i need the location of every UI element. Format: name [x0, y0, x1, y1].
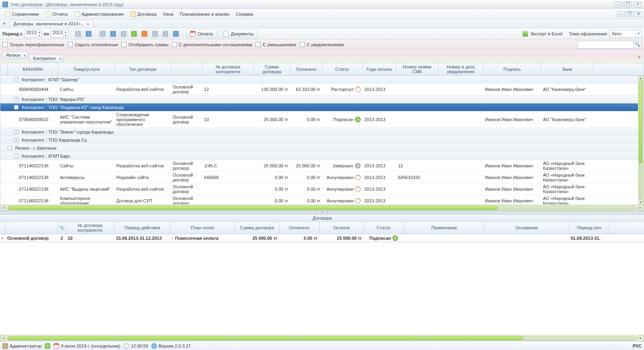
period-from-input[interactable]: 2013▲▼ — [24, 30, 42, 38]
dcol-basis[interactable]: Основание — [485, 222, 569, 234]
table-row[interactable]: 071140022138СайтыРазработка веб-сайтовОс… — [0, 160, 644, 172]
tool-btn-6[interactable] — [130, 29, 138, 38]
search-input[interactable] — [577, 41, 634, 49]
menu-contracts[interactable]: Договора — [127, 10, 160, 18]
tool-btn-8[interactable] — [151, 29, 159, 38]
dcol-rest[interactable]: Остаток — [320, 222, 364, 234]
mdi-close-button[interactable]: ✕ — [634, 11, 642, 17]
grid-body[interactable]: ▲▼ −Контрагент : КГКП "Шахтер"0008400004… — [0, 76, 644, 204]
payment-button[interactable]: Оплата — [186, 29, 217, 38]
col-paid[interactable]: Оплачено — [290, 63, 322, 75]
group-row[interactable]: −Регион : г. Шахтинск — [0, 144, 644, 152]
dcol-status[interactable]: Статус — [364, 222, 404, 234]
detail-panel: Договора 📎 № договора контрагента Период… — [0, 214, 644, 341]
col-sign[interactable]: Подпись — [483, 63, 541, 75]
tool-btn-5[interactable] — [119, 29, 128, 38]
splitter[interactable] — [0, 211, 644, 214]
dcol-type[interactable] — [6, 222, 58, 234]
filter-with-notifications[interactable]: С уведомлениями — [299, 42, 344, 47]
table-row[interactable]: 000840000494СайтыРазработка веб-сайтовОс… — [0, 84, 644, 95]
dcol-num[interactable]: № договора контрагента — [66, 222, 114, 234]
detail-row[interactable]: ▸ Основной договор 2 10 15.08.2013-31.12… — [0, 234, 644, 242]
table-row[interactable]: 071140022138АИС "Выдача лицензий"Разрабо… — [0, 183, 644, 195]
col-bin[interactable]: БИН/ИИН — [8, 63, 58, 75]
table-row[interactable]: 070640009532АИС "Система управления перс… — [0, 111, 644, 128]
theme-combo[interactable]: Лето▼ — [609, 30, 642, 38]
table-row[interactable]: 071140022138АнтивирусыРедизайн сайтаОсно… — [0, 172, 644, 183]
tab-label: Договоры, заключенные в 2013 г... — [13, 21, 84, 26]
tool-btn-7[interactable] — [140, 29, 149, 38]
col-years[interactable]: Года оплаты — [363, 63, 396, 75]
tool-btn-1[interactable] — [74, 29, 83, 38]
toolbar: Период с 2013▲▼ по 2013▲▼ Оплата Докумен… — [0, 28, 644, 39]
col-good[interactable]: Товар/услуга — [58, 63, 115, 75]
detail-title: Договора — [0, 214, 644, 222]
col-notif[interactable]: Номер и дата уведомления — [438, 63, 483, 75]
app-icon — [2, 2, 8, 7]
col-bank[interactable]: Банк — [541, 63, 594, 75]
calendar-icon — [172, 238, 173, 239]
grid-hscroll[interactable]: ◄ ► — [0, 204, 644, 211]
group-row[interactable]: −Контрагент : КГКП "Шахтер" — [0, 76, 644, 84]
table-row[interactable]: 071140022138Компьютерное оборудованиеДог… — [0, 195, 644, 204]
tool-btn-4[interactable] — [109, 29, 118, 38]
search-button[interactable]: 🔍 — [634, 41, 642, 49]
group-pill-counterparty[interactable]: Контрагент▲ — [29, 55, 64, 62]
grid-vscroll[interactable]: ▲▼ — [638, 76, 644, 204]
group-row[interactable]: +Контрагент : ТОО "Элион" города Караган… — [0, 128, 644, 136]
dcol-period[interactable]: Период действия — [114, 222, 171, 234]
filter-with-additional[interactable]: С дополнительными соглашениями — [172, 42, 252, 47]
tool-btn-9[interactable] — [161, 29, 170, 38]
period-to-input[interactable]: 2013▲▼ — [51, 30, 68, 38]
period-from-label: Период с — [2, 31, 23, 36]
col-dtype[interactable] — [171, 63, 202, 75]
group-row[interactable]: +Контрагент : ТОО Караганда Су — [0, 136, 644, 144]
tool-btn-3[interactable] — [98, 29, 107, 38]
detail-hscroll[interactable]: ◄ ► — [0, 335, 644, 341]
status-ok-icon — [392, 235, 398, 241]
group-row[interactable]: −Контрагент : КГКП Барс — [0, 152, 644, 160]
scroll-up-icon[interactable]: ▲ — [637, 50, 642, 63]
menu-admin[interactable]: Администрирование — [71, 10, 127, 18]
filter-show-sums[interactable]: Отображать суммы — [121, 42, 168, 47]
menu-planning[interactable]: Планирование и анализ — [177, 11, 233, 17]
col-type[interactable]: Тип договора — [115, 63, 171, 75]
maximize-button[interactable]: ❐ — [624, 2, 632, 7]
mdi-restore-button[interactable]: ❐ — [625, 11, 634, 17]
filter-hide-rejected[interactable]: Скрыть отклонённые — [68, 42, 118, 47]
col-status[interactable]: Статус — [322, 63, 363, 75]
tab-contracts-2013[interactable]: Договоры, заключенные в 2013 г... ✕ — [10, 20, 93, 27]
tool-btn-2[interactable] — [84, 29, 93, 38]
menu-help[interactable]: Справка — [233, 11, 256, 17]
status-lang: РУС — [633, 344, 642, 348]
group-row[interactable]: −Контрагент : ТОО "Людмила-KZ" город Кар… — [0, 103, 644, 111]
dcol-paid[interactable]: Оплачено — [279, 222, 320, 234]
minimize-button[interactable]: — — [614, 2, 622, 7]
menu-reports[interactable]: Отчеты — [42, 10, 71, 18]
filter-with-decrease[interactable]: С уменьшением — [256, 42, 296, 47]
dcol-note[interactable]: Примечание — [404, 222, 485, 234]
mdi-minimize-button[interactable]: — — [617, 11, 625, 17]
col-sum[interactable]: Сумма договора — [254, 63, 290, 75]
title-bar: Учет договоров - [Договоры, заключенные … — [0, 0, 644, 9]
tool-btn-10[interactable] — [171, 29, 180, 38]
tab-close-icon[interactable]: ✕ — [86, 22, 91, 27]
group-panel[interactable]: Регион▲ Контрагент▲ ▲ — [0, 50, 644, 63]
menu-windows[interactable]: Окна — [160, 11, 177, 17]
group-row[interactable]: +Контрагент : ТОО "Аврора-PS" — [0, 95, 644, 103]
calendar-icon — [190, 31, 196, 37]
status-refresh[interactable] — [45, 343, 50, 349]
col-num[interactable]: № договора контрагента — [202, 63, 254, 75]
documents-button[interactable]: Документы — [219, 29, 258, 38]
group-pill-region[interactable]: Регион▲ — [2, 51, 28, 59]
dcol-plan[interactable]: План оплат — [171, 222, 235, 234]
tab-list-button[interactable]: ▾ — [2, 21, 7, 27]
dcol-attach[interactable]: 📎 — [58, 222, 66, 234]
dcol-pperiod[interactable]: Период опл — [569, 222, 609, 234]
col-smk[interactable]: Номер заявки СМК — [396, 63, 438, 75]
export-excel-button[interactable]: Экспорт в Excel — [518, 29, 566, 38]
filter-reissued[interactable]: Только переоформленные — [2, 42, 64, 47]
close-button[interactable]: ✕ — [634, 2, 642, 7]
dcol-sum[interactable]: Сумма договора — [235, 222, 279, 234]
menu-references[interactable]: Справочники — [2, 10, 42, 18]
